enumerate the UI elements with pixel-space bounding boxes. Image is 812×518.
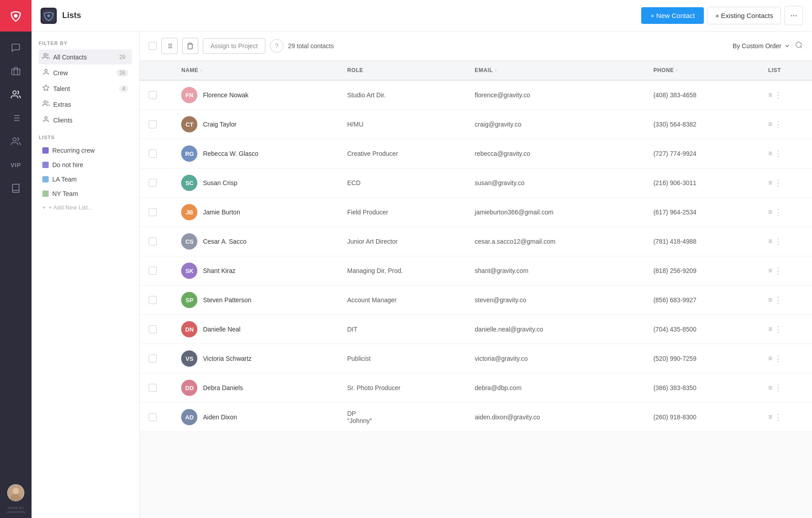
contact-email[interactable]: victoria@gravity.co — [468, 344, 646, 373]
list-icon[interactable]: ≡ — [768, 237, 772, 245]
contact-name[interactable]: Victoria Schwartz — [203, 355, 251, 362]
table-row: CSCesar A. SaccoJunior Art Directorcesar… — [140, 227, 812, 256]
search-button[interactable] — [795, 41, 803, 51]
row-checkbox[interactable] — [149, 179, 157, 187]
contact-email[interactable]: craig@gravity.co — [468, 110, 646, 139]
sidebar-item-do-not-hire[interactable]: Do not hire — [39, 158, 132, 172]
clients-label: Clients — [53, 117, 128, 124]
list-icon[interactable]: ≡ — [768, 354, 772, 363]
contact-name[interactable]: Florence Nowak — [203, 91, 248, 99]
sort-button[interactable]: By Custom Order — [733, 42, 790, 50]
contact-email[interactable]: florence@gravity.co — [468, 80, 646, 110]
user-avatar[interactable] — [7, 484, 24, 501]
sidebar-item-recurring-crew[interactable]: Recurring crew — [39, 144, 132, 157]
list-icon[interactable]: ≡ — [768, 413, 772, 421]
list-icon[interactable]: ≡ — [768, 267, 772, 275]
row-more-button[interactable]: ⋮ — [774, 354, 782, 364]
sidebar-item-la-team[interactable]: LA Team — [39, 173, 132, 186]
sidebar-item-all-contacts[interactable]: All Contacts 29 — [39, 50, 132, 64]
row-checkbox[interactable] — [149, 267, 157, 275]
row-checkbox[interactable] — [149, 120, 157, 128]
row-more-button[interactable]: ⋮ — [774, 266, 782, 276]
contact-phone: (781) 418-4988 — [646, 227, 761, 256]
contact-email[interactable]: aiden.dixon@gravity.co — [468, 403, 646, 432]
row-checkbox[interactable] — [149, 325, 157, 333]
col-email-header[interactable]: EMAIL ↑ — [468, 61, 646, 80]
list-icon[interactable]: ≡ — [768, 208, 772, 216]
sidebar-item-ny-team[interactable]: NY Team — [39, 187, 132, 200]
contact-name[interactable]: Craig Taylor — [203, 121, 236, 128]
more-options-button[interactable]: ··· — [785, 6, 803, 25]
sidebar-item-vip[interactable]: VIP — [0, 153, 32, 177]
row-checkbox[interactable] — [149, 384, 157, 392]
list-icon[interactable]: ≡ — [768, 325, 772, 333]
contact-name[interactable]: Steven Patterson — [203, 296, 251, 304]
row-more-button[interactable]: ⋮ — [774, 324, 782, 334]
row-more-button[interactable]: ⋮ — [774, 236, 782, 246]
contact-email[interactable]: susan@gravity.co — [468, 168, 646, 198]
avatar: RG — [181, 145, 197, 162]
contact-name[interactable]: Shant Kiraz — [203, 267, 235, 274]
row-checkbox[interactable] — [149, 91, 157, 99]
sidebar-item-talent[interactable]: Talent 4 — [39, 81, 132, 96]
sidebar-item-extras[interactable]: Extras — [39, 97, 132, 112]
row-more-button[interactable]: ⋮ — [774, 295, 782, 305]
existing-contacts-button[interactable]: + Existing Contacts — [707, 7, 781, 24]
select-all-checkbox[interactable] — [149, 42, 157, 50]
contact-email[interactable]: danielle.neal@gravity.co — [468, 315, 646, 344]
sidebar-item-lists[interactable] — [0, 106, 32, 130]
contact-name[interactable]: Debra Daniels — [203, 384, 243, 391]
row-more-button[interactable]: ⋮ — [774, 383, 782, 393]
contact-name[interactable]: Rebecca W. Glasco — [203, 150, 258, 157]
row-checkbox[interactable] — [149, 413, 157, 421]
all-contacts-label: All Contacts — [53, 54, 113, 61]
sidebar-item-crew[interactable]: Crew 26 — [39, 65, 132, 80]
contact-name[interactable]: Danielle Neal — [203, 326, 240, 333]
contact-email[interactable]: cesar.a.sacco12@gmail.com — [468, 227, 646, 256]
contact-name[interactable]: Jamie Burton — [203, 209, 240, 216]
row-more-button[interactable]: ⋮ — [774, 412, 782, 422]
contact-email[interactable]: rebecca@gravity.co — [468, 139, 646, 168]
row-more-button[interactable]: ⋮ — [774, 178, 782, 188]
row-more-button[interactable]: ⋮ — [774, 90, 782, 100]
contact-name[interactable]: Cesar A. Sacco — [203, 238, 246, 245]
sort-label: By Custom Order — [733, 42, 781, 50]
row-checkbox[interactable] — [149, 354, 157, 363]
contact-email[interactable]: jamieburton366@gmail.com — [468, 198, 646, 227]
sidebar-item-clients[interactable]: Clients — [39, 113, 132, 127]
add-new-list[interactable]: + + Add New List... — [39, 201, 132, 214]
col-phone-header[interactable]: PHONE ↑ — [646, 61, 761, 80]
row-checkbox[interactable] — [149, 296, 157, 304]
list-icon[interactable]: ≡ — [768, 91, 772, 99]
sidebar-item-chat[interactable] — [0, 36, 32, 59]
contact-email[interactable]: shant@gravity.com — [468, 256, 646, 286]
list-icon[interactable]: ≡ — [768, 179, 772, 187]
app-logo[interactable] — [0, 0, 32, 32]
list-icon[interactable]: ≡ — [768, 384, 772, 392]
contact-list-cell: ≡ ⋮ — [761, 403, 812, 432]
row-more-button[interactable]: ⋮ — [774, 207, 782, 217]
sidebar-item-briefcase[interactable] — [0, 59, 32, 83]
contact-name[interactable]: Aiden Dixon — [203, 413, 237, 421]
list-icon[interactable]: ≡ — [768, 120, 772, 128]
list-icon[interactable]: ≡ — [768, 150, 772, 158]
delete-icon-button[interactable] — [182, 38, 198, 54]
new-contact-button[interactable]: + New Contact — [641, 7, 704, 24]
row-checkbox[interactable] — [149, 237, 157, 245]
contact-email[interactable]: debra@dbp.com — [468, 373, 646, 403]
help-button[interactable]: ? — [270, 39, 283, 53]
row-more-button[interactable]: ⋮ — [774, 149, 782, 159]
contact-email[interactable]: steven@gravity.co — [468, 286, 646, 315]
col-role-header[interactable]: ROLE — [340, 61, 467, 80]
list-icon[interactable]: ≡ — [768, 296, 772, 304]
sidebar-item-groups[interactable] — [0, 130, 32, 153]
row-checkbox[interactable] — [149, 208, 157, 216]
filter-icon-button[interactable] — [161, 38, 178, 54]
row-more-button[interactable]: ⋮ — [774, 119, 782, 129]
sidebar-item-contacts[interactable] — [0, 83, 32, 106]
sidebar-item-book[interactable] — [0, 177, 32, 200]
col-name-header[interactable]: NAME ↑ — [174, 61, 340, 80]
assign-to-project-button[interactable]: Assign to Project — [203, 38, 265, 54]
row-checkbox[interactable] — [149, 150, 157, 158]
contact-name[interactable]: Susan Crisp — [203, 179, 237, 186]
